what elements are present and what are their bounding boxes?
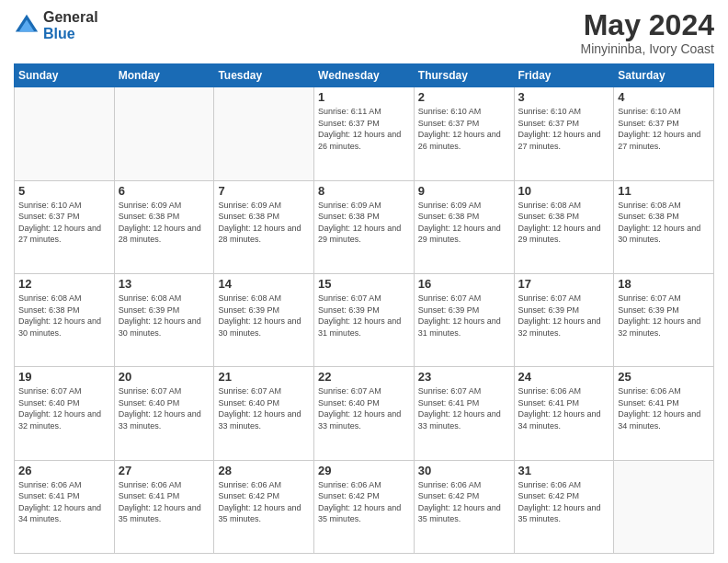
day-number: 22 (318, 370, 410, 384)
day-number: 29 (318, 464, 410, 477)
day-info: Sunrise: 6:10 AM Sunset: 6:37 PM Dayligh… (518, 106, 610, 152)
day-info: Sunrise: 6:07 AM Sunset: 6:40 PM Dayligh… (318, 385, 410, 431)
day-number: 8 (318, 184, 410, 198)
week-row-5: 26Sunrise: 6:06 AM Sunset: 6:41 PM Dayli… (15, 460, 714, 553)
day-info: Sunrise: 6:07 AM Sunset: 6:39 PM Dayligh… (518, 293, 610, 339)
day-info: Sunrise: 6:09 AM Sunset: 6:38 PM Dayligh… (318, 200, 410, 246)
calendar-cell: 30Sunrise: 6:06 AM Sunset: 6:42 PM Dayli… (414, 460, 514, 553)
calendar-cell: 12Sunrise: 6:08 AM Sunset: 6:38 PM Dayli… (15, 273, 115, 366)
calendar-cell (214, 87, 314, 180)
day-info: Sunrise: 6:07 AM Sunset: 6:40 PM Dayligh… (218, 385, 310, 431)
calendar-cell: 23Sunrise: 6:07 AM Sunset: 6:41 PM Dayli… (414, 367, 514, 460)
calendar-cell: 13Sunrise: 6:08 AM Sunset: 6:39 PM Dayli… (114, 273, 214, 366)
logo: General Blue (14, 9, 98, 41)
day-number: 20 (119, 370, 210, 384)
col-wednesday: Wednesday (314, 64, 415, 87)
day-number: 16 (418, 277, 510, 291)
calendar-cell (614, 460, 714, 553)
calendar-cell: 3Sunrise: 6:10 AM Sunset: 6:37 PM Daylig… (514, 87, 614, 180)
logo-general-text: General (43, 9, 98, 26)
calendar-body: 1Sunrise: 6:11 AM Sunset: 6:37 PM Daylig… (15, 87, 714, 554)
calendar-cell: 22Sunrise: 6:07 AM Sunset: 6:40 PM Dayli… (314, 367, 415, 460)
subtitle: Minyininba, Ivory Coast (580, 41, 714, 56)
day-info: Sunrise: 6:07 AM Sunset: 6:41 PM Dayligh… (418, 385, 510, 431)
header: General Blue May 2024 Minyininba, Ivory … (14, 9, 714, 56)
calendar-cell: 21Sunrise: 6:07 AM Sunset: 6:40 PM Dayli… (214, 367, 314, 460)
calendar-cell: 9Sunrise: 6:09 AM Sunset: 6:38 PM Daylig… (414, 180, 514, 273)
day-number: 25 (618, 370, 710, 384)
col-thursday: Thursday (414, 64, 514, 87)
day-info: Sunrise: 6:07 AM Sunset: 6:39 PM Dayligh… (418, 293, 510, 339)
week-row-1: 1Sunrise: 6:11 AM Sunset: 6:37 PM Daylig… (15, 87, 714, 180)
day-info: Sunrise: 6:08 AM Sunset: 6:39 PM Dayligh… (218, 293, 310, 339)
day-number: 11 (618, 184, 710, 198)
day-info: Sunrise: 6:09 AM Sunset: 6:38 PM Dayligh… (218, 200, 310, 246)
calendar-cell: 26Sunrise: 6:06 AM Sunset: 6:41 PM Dayli… (15, 460, 115, 553)
day-info: Sunrise: 6:06 AM Sunset: 6:41 PM Dayligh… (18, 479, 110, 525)
col-friday: Friday (514, 64, 614, 87)
day-number: 21 (218, 370, 310, 384)
day-number: 17 (518, 277, 610, 291)
day-number: 12 (18, 277, 110, 291)
calendar-cell: 8Sunrise: 6:09 AM Sunset: 6:38 PM Daylig… (314, 180, 415, 273)
day-number: 18 (618, 277, 710, 291)
col-sunday: Sunday (15, 64, 115, 87)
calendar-cell: 1Sunrise: 6:11 AM Sunset: 6:37 PM Daylig… (314, 87, 415, 180)
logo-icon (14, 13, 40, 39)
calendar-cell: 24Sunrise: 6:06 AM Sunset: 6:41 PM Dayli… (514, 367, 614, 460)
day-number: 26 (18, 464, 110, 477)
page: General Blue May 2024 Minyininba, Ivory … (0, 0, 728, 563)
day-info: Sunrise: 6:06 AM Sunset: 6:42 PM Dayligh… (318, 479, 410, 525)
day-info: Sunrise: 6:07 AM Sunset: 6:40 PM Dayligh… (18, 385, 110, 431)
main-title: May 2024 (580, 9, 714, 41)
col-tuesday: Tuesday (214, 64, 314, 87)
day-info: Sunrise: 6:06 AM Sunset: 6:41 PM Dayligh… (618, 385, 710, 431)
day-info: Sunrise: 6:06 AM Sunset: 6:42 PM Dayligh… (518, 479, 610, 525)
day-number: 5 (18, 184, 110, 198)
calendar-cell: 5Sunrise: 6:10 AM Sunset: 6:37 PM Daylig… (15, 180, 115, 273)
day-number: 9 (418, 184, 510, 198)
calendar-cell: 19Sunrise: 6:07 AM Sunset: 6:40 PM Dayli… (15, 367, 115, 460)
calendar-cell: 6Sunrise: 6:09 AM Sunset: 6:38 PM Daylig… (114, 180, 214, 273)
day-number: 4 (618, 90, 710, 104)
calendar-cell: 16Sunrise: 6:07 AM Sunset: 6:39 PM Dayli… (414, 273, 514, 366)
day-info: Sunrise: 6:07 AM Sunset: 6:40 PM Dayligh… (119, 385, 210, 431)
day-number: 19 (18, 370, 110, 384)
day-info: Sunrise: 6:11 AM Sunset: 6:37 PM Dayligh… (318, 106, 410, 152)
col-monday: Monday (114, 64, 214, 87)
calendar-cell: 20Sunrise: 6:07 AM Sunset: 6:40 PM Dayli… (114, 367, 214, 460)
calendar-cell: 25Sunrise: 6:06 AM Sunset: 6:41 PM Dayli… (614, 367, 714, 460)
calendar-cell: 14Sunrise: 6:08 AM Sunset: 6:39 PM Dayli… (214, 273, 314, 366)
week-row-3: 12Sunrise: 6:08 AM Sunset: 6:38 PM Dayli… (15, 273, 714, 366)
day-number: 3 (518, 90, 610, 104)
calendar-cell: 18Sunrise: 6:07 AM Sunset: 6:39 PM Dayli… (614, 273, 714, 366)
day-info: Sunrise: 6:06 AM Sunset: 6:41 PM Dayligh… (119, 479, 210, 525)
day-number: 28 (218, 464, 310, 477)
calendar-cell: 15Sunrise: 6:07 AM Sunset: 6:39 PM Dayli… (314, 273, 415, 366)
col-saturday: Saturday (614, 64, 714, 87)
day-info: Sunrise: 6:08 AM Sunset: 6:38 PM Dayligh… (618, 200, 710, 246)
calendar-table: Sunday Monday Tuesday Wednesday Thursday… (14, 63, 714, 554)
calendar-cell (15, 87, 115, 180)
day-info: Sunrise: 6:08 AM Sunset: 6:38 PM Dayligh… (18, 293, 110, 339)
logo-text: General Blue (43, 9, 98, 41)
day-number: 31 (518, 464, 610, 477)
day-number: 6 (119, 184, 210, 198)
calendar-cell: 4Sunrise: 6:10 AM Sunset: 6:37 PM Daylig… (614, 87, 714, 180)
day-number: 27 (119, 464, 210, 477)
day-info: Sunrise: 6:08 AM Sunset: 6:39 PM Dayligh… (119, 293, 210, 339)
day-info: Sunrise: 6:10 AM Sunset: 6:37 PM Dayligh… (618, 106, 710, 152)
logo-blue-text: Blue (43, 26, 98, 42)
day-number: 24 (518, 370, 610, 384)
title-block: May 2024 Minyininba, Ivory Coast (580, 9, 714, 56)
calendar-cell: 11Sunrise: 6:08 AM Sunset: 6:38 PM Dayli… (614, 180, 714, 273)
day-info: Sunrise: 6:06 AM Sunset: 6:41 PM Dayligh… (518, 385, 610, 431)
day-info: Sunrise: 6:09 AM Sunset: 6:38 PM Dayligh… (418, 200, 510, 246)
day-info: Sunrise: 6:08 AM Sunset: 6:38 PM Dayligh… (518, 200, 610, 246)
calendar-cell: 31Sunrise: 6:06 AM Sunset: 6:42 PM Dayli… (514, 460, 614, 553)
day-number: 30 (418, 464, 510, 477)
day-info: Sunrise: 6:10 AM Sunset: 6:37 PM Dayligh… (18, 200, 110, 246)
calendar-cell (114, 87, 214, 180)
day-info: Sunrise: 6:10 AM Sunset: 6:37 PM Dayligh… (418, 106, 510, 152)
day-number: 2 (418, 90, 510, 104)
